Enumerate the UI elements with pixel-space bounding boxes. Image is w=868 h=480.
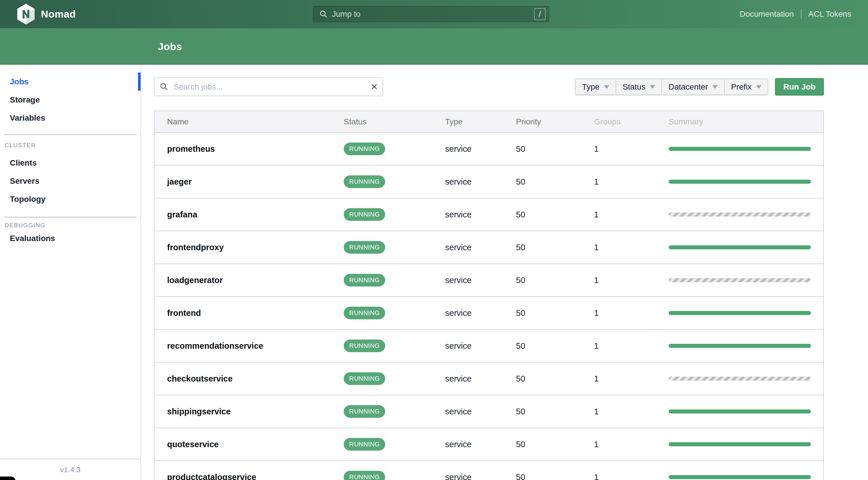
chevron-down-icon [712,85,718,89]
links-divider [801,9,802,19]
table-row[interactable]: grafana RUNNING service 50 1 [154,198,823,231]
nomad-brand[interactable]: Nomad [17,4,282,25]
table-row[interactable]: prometheus RUNNING service 50 1 [154,133,823,166]
status-badge: RUNNING [344,274,385,287]
jobs-table-header: Name Status Type Priority Groups Summary [154,111,823,133]
job-name-link[interactable]: quoteservice [154,440,344,449]
clear-search-icon[interactable]: ✕ [371,77,378,96]
table-row[interactable]: quoteservice RUNNING service 50 1 [154,428,823,461]
jobs-table: Name Status Type Priority Groups Summary… [154,110,824,480]
job-priority: 50 [516,374,594,384]
job-name-link[interactable]: recommendationservice [154,341,344,351]
job-priority: 50 [516,243,594,252]
column-header-name: Name [154,117,344,126]
status-badge: RUNNING [344,307,385,319]
job-name-link[interactable]: loadgenerator [154,276,344,285]
status-badge: RUNNING [344,241,385,254]
jobs-search-box: ✕ [154,77,383,96]
summary-bar [669,377,811,381]
summary-bar [669,180,811,184]
sidebar-divider [4,217,136,217]
table-row[interactable]: checkoutservice RUNNING service 50 1 [154,362,823,395]
sidebar-item-servers[interactable]: Servers [0,172,141,190]
job-name-link[interactable]: grafana [154,210,344,219]
job-name-link[interactable]: frontendproxy [154,243,344,252]
job-priority: 50 [516,309,594,318]
chevron-down-icon [604,85,609,89]
prefix-filter-dropdown[interactable]: Prefix [724,79,768,94]
job-type: service [445,309,516,318]
sidebar-item-evaluations[interactable]: Evaluations [0,229,141,247]
search-jobs-input[interactable] [154,77,383,96]
version-footer: v1.4.3 [0,459,141,480]
corner-artifact [0,477,16,480]
job-name-link[interactable]: frontend [154,309,344,318]
status-badge: RUNNING [344,372,385,385]
jobs-table-body: prometheus RUNNING service 50 1 jaeger R… [154,133,823,480]
job-priority: 50 [516,440,594,449]
type-filter-dropdown[interactable]: Type [576,79,616,94]
job-name-link[interactable]: jaeger [154,177,344,187]
jump-to-search[interactable]: Jump to / [313,6,549,22]
status-filter-dropdown[interactable]: Status [616,79,662,94]
sidebar-item-clients[interactable]: Clients [0,154,141,172]
jump-to-placeholder: Jump to [332,9,534,19]
documentation-link[interactable]: Documentation [740,9,794,19]
sidebar-section-debugging: DEBUGGING [5,221,141,229]
status-badge: RUNNING [344,471,385,480]
job-type: service [445,243,516,252]
run-job-button[interactable]: Run Job [775,78,824,96]
summary-bar [669,442,811,446]
job-priority: 50 [516,341,594,351]
job-groups: 1 [594,374,669,384]
job-groups: 1 [594,210,669,219]
table-row[interactable]: frontendproxy RUNNING service 50 1 [154,231,823,264]
job-name-link[interactable]: prometheus [154,144,344,154]
job-type: service [445,210,516,219]
sidebar: Jobs Storage Variables CLUSTER Clients S… [0,65,141,480]
job-type: service [445,374,516,384]
job-groups: 1 [594,276,669,285]
sidebar-item-topology[interactable]: Topology [0,190,141,208]
table-row[interactable]: shippingservice RUNNING service 50 1 [154,395,823,428]
job-type: service [445,144,516,154]
job-groups: 1 [594,440,669,449]
datacenter-filter-dropdown[interactable]: Datacenter [662,79,724,94]
top-navbar: Nomad Jump to / Documentation ACL Tokens [0,0,868,28]
job-groups: 1 [594,407,669,416]
status-badge: RUNNING [344,142,385,155]
job-groups: 1 [594,309,669,318]
table-row[interactable]: recommendationservice RUNNING service 50… [154,330,823,362]
table-row[interactable]: jaeger RUNNING service 50 1 [154,166,823,198]
sidebar-item-jobs[interactable]: Jobs [0,72,141,91]
slash-shortcut-key: / [534,8,546,20]
column-header-summary: Summary [669,117,823,126]
sidebar-item-variables[interactable]: Variables [0,109,141,127]
page-header: Jobs [0,28,868,65]
column-header-groups: Groups [594,117,669,126]
status-badge: RUNNING [344,175,385,188]
search-icon [319,10,328,19]
acl-tokens-link[interactable]: ACL Tokens [808,9,851,19]
job-name-link[interactable]: checkoutservice [154,374,344,384]
summary-bar [669,410,811,414]
job-name-link[interactable]: productcatalogservice [154,473,344,480]
summary-bar [669,344,811,348]
column-header-status: Status [344,117,445,126]
page-title: Jobs [158,41,182,53]
filter-group: Type Status Datacenter Prefix [575,78,768,95]
main-content: ✕ Type Status Datacenter Prefix [141,65,868,480]
table-row[interactable]: frontend RUNNING service 50 1 [154,297,823,330]
table-row[interactable]: productcatalogservice RUNNING service 50… [154,461,823,480]
sidebar-item-storage[interactable]: Storage [0,91,141,109]
chevron-down-icon [650,85,655,89]
job-groups: 1 [594,144,669,154]
job-name-link[interactable]: shippingservice [154,407,344,416]
column-header-type: Type [445,117,516,126]
table-row[interactable]: loadgenerator RUNNING service 50 1 [154,264,823,297]
brand-title: Nomad [41,8,76,20]
job-type: service [445,473,516,480]
column-header-priority: Priority [516,117,594,126]
navbar-links: Documentation ACL Tokens [740,9,851,19]
job-type: service [445,341,516,351]
